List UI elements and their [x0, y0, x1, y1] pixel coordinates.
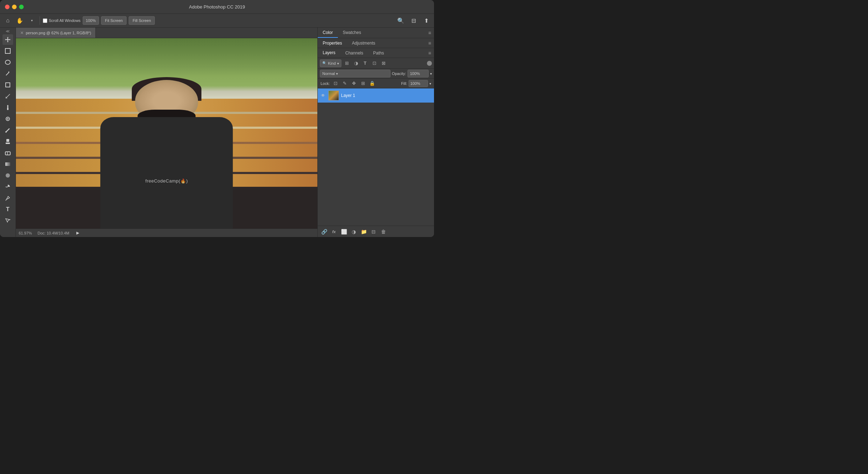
lock-position-btn[interactable]: ✥: [350, 80, 357, 87]
layers-filter-bar: 🔍 Kind ⊞ ◑ T ⊡ ⊠: [318, 58, 434, 69]
blend-mode-select[interactable]: Normal: [320, 70, 391, 77]
filter-kind-select[interactable]: 🔍 Kind: [320, 59, 341, 67]
photo-canvas: freeCodeCamp(🔥): [16, 38, 317, 229]
opacity-label: Opacity:: [392, 71, 406, 76]
color-swatches-tab-row: Color Swatches ≡: [318, 28, 434, 38]
opacity-input[interactable]: 100%: [407, 70, 429, 77]
layer-group-btn[interactable]: 📁: [359, 227, 368, 236]
properties-tab[interactable]: Properties: [318, 38, 347, 48]
opacity-chevron: [430, 71, 432, 76]
svg-rect-16: [5, 152, 10, 155]
tab-bar: ✕ person.png @ 62% (Layer 1, RGB/8*): [16, 28, 317, 38]
search-button[interactable]: 🔍: [396, 16, 406, 25]
scroll-all-windows-label[interactable]: Scroll All Windows: [43, 18, 81, 23]
document-tab[interactable]: ✕ person.png @ 62% (Layer 1, RGB/8*): [16, 28, 96, 38]
svg-point-19: [6, 173, 10, 178]
move-tool[interactable]: [2, 34, 13, 45]
filter-toggle[interactable]: [427, 61, 432, 66]
type-tool[interactable]: T: [2, 204, 13, 215]
layout-button[interactable]: ⊟: [409, 16, 418, 25]
color-tab[interactable]: Color: [318, 28, 338, 38]
lasso-tool[interactable]: [2, 57, 13, 68]
swatches-tab[interactable]: Swatches: [338, 28, 366, 38]
lock-icon-btn[interactable]: 🔒: [369, 80, 376, 87]
filter-pixel-btn[interactable]: ⊞: [343, 59, 351, 67]
minimize-button[interactable]: [12, 5, 17, 9]
layer-adj-btn[interactable]: ◑: [350, 227, 358, 236]
brush-tool[interactable]: [2, 125, 13, 135]
filter-type-btn[interactable]: T: [361, 59, 369, 67]
layer-thumbnail: [328, 91, 339, 100]
shirt-text: freeCodeCamp(🔥): [145, 178, 188, 184]
hand-tool-button[interactable]: ✋: [15, 16, 25, 25]
tab-close-btn[interactable]: ✕: [20, 30, 24, 35]
main-toolbar: ⌂ ✋ ▾ Scroll All Windows 100% Fit Screen…: [0, 13, 434, 28]
fill-screen-button[interactable]: Fill Screen: [129, 16, 155, 25]
share-button[interactable]: ⬆: [421, 16, 431, 25]
fit-screen-button[interactable]: Fit Screen: [101, 16, 127, 25]
doc-info: Doc: 10.4M/10.4M: [37, 231, 69, 235]
layer-link-btn[interactable]: 🔗: [320, 227, 328, 236]
magic-wand-tool[interactable]: [2, 68, 13, 79]
app-window: Adobe Photoshop CC 2019 ⌂ ✋ ▾ Scroll All…: [0, 0, 434, 237]
svg-point-13: [5, 131, 7, 133]
svg-rect-15: [6, 143, 10, 144]
layer-dup-btn[interactable]: ⊟: [369, 227, 378, 236]
left-toolbar-collapse[interactable]: ≪: [6, 29, 10, 34]
measure-tool[interactable]: [2, 91, 13, 102]
panel-menu-btn-2[interactable]: ≡: [428, 40, 431, 46]
eye-icon: 👁: [321, 93, 325, 98]
lock-fill-row: Lock: ⊡ ✎ ✥ ⊞ 🔒 Fill: 100%: [318, 79, 434, 88]
person-body: freeCodeCamp(🔥): [100, 117, 233, 229]
svg-marker-3: [8, 71, 10, 73]
filter-kind-label: Kind: [328, 61, 336, 65]
zoom-level-display[interactable]: 100%: [83, 16, 99, 25]
filter-smart-btn[interactable]: ⊠: [380, 59, 387, 67]
select-rect-tool[interactable]: [2, 46, 13, 56]
layers-list: 👁 Layer 1: [318, 88, 434, 226]
eyedropper-tool[interactable]: [2, 102, 13, 113]
maximize-button[interactable]: [19, 5, 24, 9]
layer-del-btn[interactable]: 🗑: [379, 227, 388, 236]
blur-tool[interactable]: [2, 170, 13, 181]
paths-tab[interactable]: Paths: [368, 48, 389, 58]
status-info-arrow[interactable]: ▶: [75, 230, 81, 236]
title-bar: Adobe Photoshop CC 2019: [0, 0, 434, 13]
layer-name: Layer 1: [341, 93, 432, 98]
svg-line-20: [6, 200, 6, 201]
svg-point-1: [5, 60, 10, 64]
eraser-tool[interactable]: [2, 148, 13, 158]
layer-item[interactable]: 👁 Layer 1: [318, 88, 434, 103]
toolbar-right: 🔍 ⊟ ⬆: [396, 16, 431, 25]
panel-menu-btn-3[interactable]: ≡: [428, 50, 431, 56]
channels-tab[interactable]: Channels: [340, 48, 368, 58]
stamp-tool[interactable]: [2, 136, 13, 147]
filter-adjust-btn[interactable]: ◑: [352, 59, 360, 67]
scroll-all-windows-checkbox[interactable]: [43, 18, 47, 23]
canvas-content[interactable]: freeCodeCamp(🔥): [16, 38, 317, 229]
adjustments-tab[interactable]: Adjustments: [347, 38, 380, 48]
pen-tool[interactable]: [2, 193, 13, 203]
fill-input[interactable]: 100%: [409, 80, 428, 87]
svg-rect-4: [6, 83, 10, 87]
dodge-tool[interactable]: [2, 181, 13, 192]
hand-tool-dropdown[interactable]: ▾: [27, 16, 37, 25]
filter-shape-btn[interactable]: ⊡: [370, 59, 378, 67]
spot-heal-tool[interactable]: [2, 114, 13, 124]
close-button[interactable]: [5, 5, 10, 9]
svg-rect-0: [5, 48, 10, 53]
home-button[interactable]: ⌂: [3, 16, 13, 25]
lock-pixels-btn[interactable]: ⊡: [332, 80, 339, 87]
panel-menu-btn-1[interactable]: ≡: [428, 30, 431, 36]
lock-art-btn[interactable]: ✎: [341, 80, 348, 87]
layers-tab[interactable]: Layers: [318, 48, 340, 58]
right-panel: Color Swatches ≡ Properties Adjustments …: [317, 28, 434, 237]
layer-fx-btn[interactable]: fx: [330, 227, 338, 236]
layer-mask-btn[interactable]: ⬜: [340, 227, 348, 236]
path-select-tool[interactable]: [2, 215, 13, 226]
crop-tool[interactable]: [2, 80, 13, 90]
lock-all-btn[interactable]: ⊞: [359, 80, 366, 87]
blend-mode-chevron: [336, 71, 338, 76]
layer-visibility-toggle[interactable]: 👁: [320, 92, 326, 99]
gradient-tool[interactable]: [2, 159, 13, 169]
